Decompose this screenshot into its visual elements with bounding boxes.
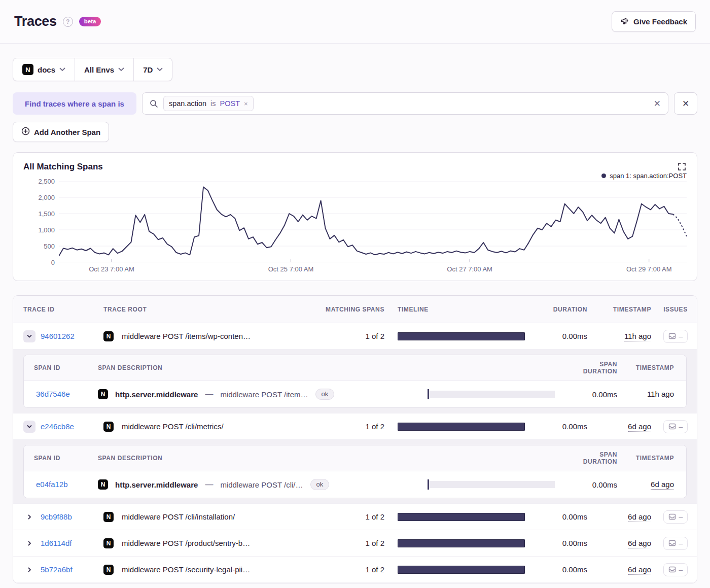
- project-selector-label: docs: [38, 65, 55, 74]
- span-status-badge: ok: [315, 389, 335, 400]
- col-timestamp: Timestamp: [590, 306, 654, 313]
- span-table-header: Span ID Span Description Span Duration T…: [24, 355, 686, 381]
- span-duration-value: 0.00ms: [563, 480, 620, 489]
- duration-value: 0.00ms: [534, 422, 590, 431]
- nextjs-icon: N: [98, 479, 108, 490]
- timestamp-value[interactable]: 6d ago: [628, 565, 651, 575]
- dash-separator: —: [205, 390, 213, 399]
- expand-chevron-icon[interactable]: [23, 330, 36, 342]
- timestamp-value[interactable]: 6d ago: [628, 512, 651, 522]
- expand-chevron-icon[interactable]: [23, 537, 36, 549]
- trace-root-label: middleware POST /product/sentry-b…: [122, 539, 250, 547]
- span-row: e04fa12b N http.server.middleware — midd…: [24, 471, 686, 498]
- legend-label: span 1: span.action:POST: [610, 172, 687, 180]
- span-operation-label: http.server.middleware: [115, 480, 198, 489]
- date-range-label: 7D: [143, 65, 153, 74]
- project-selector[interactable]: N docs: [13, 58, 75, 81]
- timeline-cell[interactable]: [387, 566, 534, 574]
- span-table-header: Span ID Span Description Span Duration T…: [24, 445, 686, 471]
- filter-token[interactable]: span.action is POST ×: [163, 96, 254, 111]
- expand-chevron-icon[interactable]: [23, 421, 36, 433]
- issues-empty-dash: –: [679, 423, 683, 431]
- duration-value: 0.00ms: [534, 332, 590, 340]
- nextjs-icon: N: [22, 64, 33, 75]
- issues-button[interactable]: –: [663, 537, 688, 550]
- nextjs-icon: N: [103, 422, 114, 432]
- trace-row: 5b72a6bf N middleware POST /security-leg…: [13, 557, 697, 583]
- trace-row: e246cb8e N middleware POST /cli/metrics/…: [13, 413, 697, 440]
- chart-title: All Matching Spans: [23, 162, 103, 172]
- timeline-cell[interactable]: [387, 332, 534, 340]
- span-search-input[interactable]: span.action is POST × ✕: [142, 92, 668, 115]
- col-timeline: Timeline: [387, 306, 534, 313]
- issues-button[interactable]: –: [663, 420, 688, 433]
- timestamp-value[interactable]: 11h ago: [624, 332, 651, 341]
- date-range-selector[interactable]: 7D: [133, 58, 172, 81]
- issues-icon: [668, 566, 676, 573]
- issues-icon: [668, 423, 676, 430]
- chart-plot[interactable]: [59, 181, 687, 262]
- y-axis-label: 500: [44, 243, 55, 250]
- y-axis-label: 1,500: [38, 210, 55, 218]
- help-icon[interactable]: ?: [63, 17, 73, 27]
- y-axis-label: 2,500: [38, 178, 55, 185]
- trace-root-label: middleware POST /cli/installation/: [122, 512, 235, 521]
- timestamp-value[interactable]: 6d ago: [628, 539, 651, 548]
- close-search-button[interactable]: ✕: [674, 92, 697, 115]
- duration-value: 0.00ms: [534, 512, 590, 521]
- issues-empty-dash: –: [679, 513, 683, 521]
- search-clear-icon[interactable]: ✕: [654, 98, 661, 109]
- matching-spans-value: 1 of 2: [323, 332, 387, 340]
- timeline-cell[interactable]: [387, 423, 534, 431]
- add-another-span-label: Add Another Span: [34, 128, 100, 136]
- expand-chevron-icon[interactable]: [23, 564, 36, 576]
- span-duration-value: 0.00ms: [563, 390, 620, 399]
- main-content: N docs All Envs 7D Find traces where a s…: [0, 44, 710, 583]
- token-remove-icon[interactable]: ×: [244, 100, 248, 108]
- col-duration: Duration: [534, 306, 590, 313]
- timeline-cell[interactable]: [387, 539, 534, 547]
- trace-id-link[interactable]: 94601262: [41, 332, 75, 340]
- trace-id-link[interactable]: 5b72a6bf: [41, 565, 73, 574]
- span-id-link[interactable]: 36d7546e: [36, 390, 70, 398]
- give-feedback-button[interactable]: Give Feedback: [612, 11, 696, 32]
- span-timestamp-value[interactable]: 11h ago: [647, 390, 674, 399]
- environment-selector[interactable]: All Envs: [75, 58, 133, 81]
- issues-empty-dash: –: [679, 566, 683, 574]
- trace-id-link[interactable]: 9cb9f88b: [41, 512, 72, 521]
- nested-spans-section: Span ID Span Description Span Duration T…: [13, 350, 697, 413]
- trace-id-link[interactable]: 1d6114df: [41, 539, 72, 547]
- timeline-bar: [398, 566, 525, 574]
- chevron-down-icon: [157, 67, 163, 72]
- span-timeline-cell[interactable]: [417, 389, 563, 399]
- span-id-link[interactable]: e04fa12b: [36, 480, 68, 489]
- trace-root-label: middleware POST /cli/metrics/: [122, 422, 224, 431]
- add-another-span-button[interactable]: Add Another Span: [13, 122, 109, 142]
- timeline-cell[interactable]: [387, 513, 534, 521]
- span-description-label: middleware POST /cli/…: [220, 480, 303, 489]
- token-key: span.action: [169, 99, 206, 108]
- beta-badge: beta: [79, 17, 101, 26]
- trace-id-link[interactable]: e246cb8e: [41, 422, 74, 431]
- matching-spans-value: 1 of 2: [323, 539, 387, 547]
- chevron-down-icon: [59, 67, 65, 72]
- span-search-row: Find traces where a span is span.action …: [13, 92, 697, 115]
- trace-row: 1d6114df N middleware POST /product/sent…: [13, 530, 697, 557]
- issues-button[interactable]: –: [663, 330, 688, 343]
- issues-button[interactable]: –: [663, 510, 688, 524]
- timestamp-value[interactable]: 6d ago: [628, 422, 651, 432]
- all-matching-spans-panel: All Matching Spans span 1: span.action:P…: [13, 152, 697, 281]
- matching-spans-value: 1 of 2: [323, 422, 387, 431]
- find-traces-pill[interactable]: Find traces where a span is: [13, 92, 136, 115]
- timeline-bar: [398, 332, 525, 340]
- issues-button[interactable]: –: [663, 563, 688, 576]
- span-timeline-cell[interactable]: [417, 479, 563, 490]
- page-header: Traces ? beta Give Feedback: [0, 0, 710, 44]
- nested-spans-section: Span ID Span Description Span Duration T…: [13, 440, 697, 504]
- y-axis-label: 1,000: [38, 226, 55, 234]
- chevron-down-icon: [118, 67, 124, 72]
- expand-chevron-icon[interactable]: [23, 511, 36, 523]
- issues-icon: [668, 513, 676, 521]
- span-timestamp-value[interactable]: 6d ago: [651, 480, 674, 490]
- span-description-label: middleware POST /item…: [220, 390, 308, 399]
